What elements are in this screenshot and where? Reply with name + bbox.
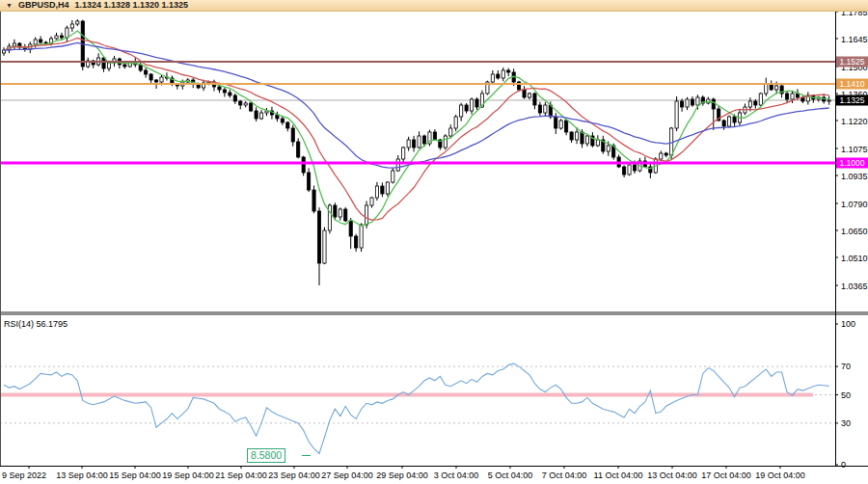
- svg-text:1.0365: 1.0365: [841, 282, 868, 291]
- rsi-line: [4, 363, 829, 453]
- svg-text:29 Sep 04:00: 29 Sep 04:00: [376, 471, 428, 480]
- symbol-timeframe-label: GBPUSD,H4: [18, 0, 69, 11]
- rsi-min-value-label: 8.5800: [247, 448, 285, 463]
- svg-text:19 Sep 04:00: 19 Sep 04:00: [162, 471, 214, 480]
- rsi-indicator-label: RSI(14) 56.1795: [4, 319, 68, 329]
- svg-text:1.1075: 1.1075: [841, 145, 868, 154]
- candles-layer: [2, 19, 830, 285]
- svg-text:11 Oct 04:00: 11 Oct 04:00: [594, 471, 643, 480]
- svg-text:1.1525: 1.1525: [840, 57, 865, 67]
- svg-text:30: 30: [841, 418, 851, 428]
- svg-text:23 Sep 04:00: 23 Sep 04:00: [268, 471, 320, 480]
- svg-text:1.1645: 1.1645: [841, 35, 868, 44]
- chart-header-bar: ▼ GBPUSD,H4 1.1324 1.1328 1.1320 1.1325: [0, 0, 868, 12]
- time-axis[interactable]: 9 Sep 202213 Sep 04:0015 Sep 04:0019 Sep…: [2, 466, 805, 480]
- svg-text:1.1000: 1.1000: [840, 158, 865, 168]
- svg-text:15 Sep 04:00: 15 Sep 04:00: [109, 471, 161, 480]
- svg-text:3 Oct 04:00: 3 Oct 04:00: [434, 471, 479, 480]
- svg-text:1.0510: 1.0510: [841, 254, 868, 263]
- price-chart-canvas[interactable]: 1.17851.16451.15001.13601.12201.10751.09…: [0, 0, 868, 484]
- svg-text:21 Sep 04:00: 21 Sep 04:00: [215, 471, 267, 480]
- svg-text:1.0935: 1.0935: [841, 172, 868, 181]
- svg-text:17 Oct 04:00: 17 Oct 04:00: [701, 471, 751, 480]
- svg-text:100: 100: [841, 319, 855, 329]
- svg-text:1.1325: 1.1325: [840, 95, 865, 105]
- svg-text:13 Oct 04:00: 13 Oct 04:00: [647, 471, 697, 480]
- collapse-quote-icon[interactable]: ▼: [6, 0, 13, 11]
- svg-text:0: 0: [841, 460, 846, 470]
- ma-mid-line[interactable]: [4, 39, 829, 221]
- svg-text:9 Sep 2022: 9 Sep 2022: [2, 471, 46, 480]
- svg-text:5 Oct 04:00: 5 Oct 04:00: [488, 471, 533, 480]
- ma-fast-line[interactable]: [4, 31, 829, 226]
- pane-divider[interactable]: [0, 311, 868, 315]
- svg-text:70: 70: [841, 362, 851, 371]
- svg-text:1.1220: 1.1220: [841, 117, 868, 126]
- svg-text:1.1410: 1.1410: [840, 79, 865, 89]
- svg-text:27 Sep 04:00: 27 Sep 04:00: [321, 471, 373, 480]
- ohlc-quote-values: 1.1324 1.1328 1.1320 1.1325: [74, 0, 188, 11]
- svg-text:50: 50: [841, 390, 851, 400]
- svg-text:19 Oct 04:00: 19 Oct 04:00: [755, 471, 805, 480]
- mt-chart-window: ▼ GBPUSD,H4 1.1324 1.1328 1.1320 1.1325 …: [0, 0, 868, 484]
- svg-text:1.0790: 1.0790: [841, 200, 868, 209]
- svg-text:7 Oct 04:00: 7 Oct 04:00: [542, 471, 587, 480]
- svg-text:13 Sep 04:00: 13 Sep 04:00: [56, 471, 108, 480]
- rsi-min-pointer-dash: [302, 455, 311, 456]
- svg-text:1.0650: 1.0650: [841, 227, 868, 236]
- price-axis[interactable]: 1.17851.16451.15001.13601.12201.10751.09…: [835, 8, 868, 471]
